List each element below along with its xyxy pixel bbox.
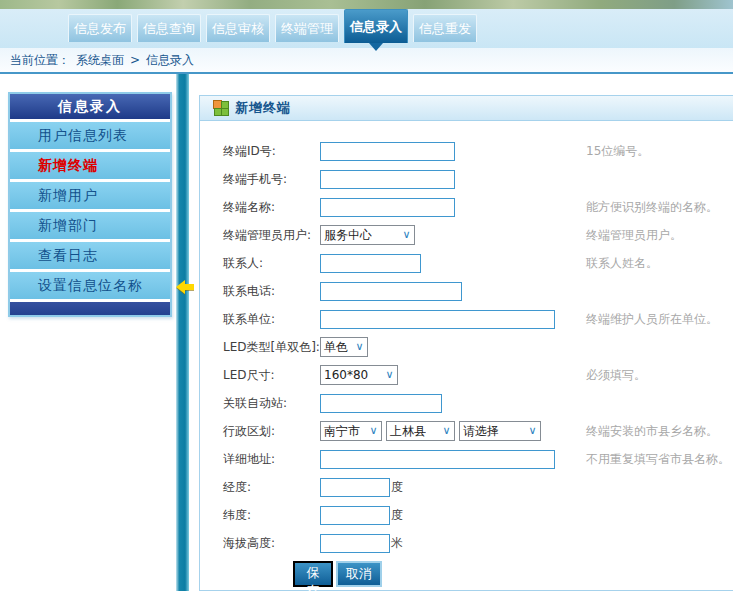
unit-label: 米: [391, 535, 403, 552]
contact-person-input[interactable]: [320, 254, 421, 273]
selected-value: 服务中心: [321, 227, 372, 244]
selected-value: 请选择: [460, 423, 499, 440]
form-row-longitude: 经度: 度: [200, 473, 733, 501]
field-hint: 终端安装的市县乡名称。: [586, 423, 718, 440]
terminal-name-input[interactable]: [320, 198, 455, 217]
form-row-detail-address: 详细地址: 不用重复填写省市县名称。: [200, 445, 733, 473]
blocks-icon: [215, 102, 228, 115]
field-label: 终端管理员用户:: [223, 227, 320, 244]
field-label: 终端名称:: [223, 199, 320, 216]
field-label: 海拔高度:: [223, 535, 320, 552]
field-hint: 必须填写。: [586, 367, 646, 384]
detail-address-input[interactable]: [320, 450, 555, 469]
field-hint: 联系人姓名。: [586, 255, 658, 272]
field-label: 行政区划:: [223, 423, 320, 440]
county-select[interactable]: 上林县 ∨: [386, 421, 455, 441]
sidebar-item-add-user[interactable]: 新增用户: [10, 182, 170, 209]
field-label: 联系人:: [223, 255, 320, 272]
chevron-down-icon: ∨: [525, 422, 540, 440]
unit-label: 度: [391, 507, 403, 524]
chevron-down-icon: ∨: [352, 338, 367, 356]
tab-info-resend[interactable]: 信息重发: [413, 14, 477, 42]
led-type-select[interactable]: 单色 ∨: [320, 337, 368, 357]
collapse-left-arrow-icon[interactable]: [176, 280, 196, 294]
chevron-down-icon: ∨: [366, 422, 381, 440]
town-select[interactable]: 请选择 ∨: [459, 421, 541, 441]
sidebar-item-add-terminal[interactable]: 新增终端: [10, 152, 170, 179]
form-row-admin-user: 终端管理员用户: 服务中心 ∨ 终端管理员用户。: [200, 221, 733, 249]
form-row-contact-unit: 联系单位: 终端维护人员所在单位。: [200, 305, 733, 333]
add-terminal-panel: 新增终端 终端ID号: 15位编号。 终端手机号: 终端名称: 能方便识别终端的…: [199, 95, 733, 591]
cancel-button[interactable]: 取消: [336, 561, 382, 587]
form-row-terminal-name: 终端名称: 能方便识别终端的名称。: [200, 193, 733, 221]
breadcrumb-prefix: 当前位置：: [10, 52, 70, 69]
sidebar-item-add-department[interactable]: 新增部门: [10, 212, 170, 239]
field-label: 终端手机号:: [223, 171, 320, 188]
tab-info-query[interactable]: 信息查询: [137, 14, 201, 42]
save-button[interactable]: 保存: [293, 561, 333, 587]
sidebar-item-set-infoslot-name[interactable]: 设置信息位名称: [10, 272, 170, 299]
sidebar-footer-bar: [10, 302, 170, 315]
tab-info-publish[interactable]: 信息发布: [68, 14, 132, 42]
field-hint: 终端维护人员所在单位。: [586, 311, 718, 328]
auto-station-input[interactable]: [320, 394, 442, 413]
contact-unit-input[interactable]: [320, 310, 555, 329]
field-label: 终端ID号:: [223, 143, 320, 160]
content-area: 信息录入 用户信息列表 新增终端 新增用户 新增部门 查看日志 设置信息位名称 …: [0, 74, 733, 591]
field-label: 详细地址:: [223, 451, 320, 468]
field-hint: 能方便识别终端的名称。: [586, 199, 718, 216]
city-select[interactable]: 南宁市 ∨: [320, 421, 382, 441]
field-hint: 15位编号。: [586, 143, 649, 160]
form-actions: 保存 取消: [200, 561, 733, 587]
form-row-admin-region: 行政区划: 南宁市 ∨ 上林县 ∨ 请选择 ∨ 终端安装的市县乡名称。: [200, 417, 733, 445]
breadcrumb-home-link[interactable]: 系统桌面: [76, 52, 124, 69]
chevron-down-icon: ∨: [399, 226, 414, 244]
tab-label: 信息录入: [350, 19, 402, 34]
header-photo-banner: [0, 0, 733, 9]
selected-value: 单色: [321, 339, 348, 356]
panel-header: 新增终端: [200, 96, 733, 121]
active-tab-pointer-icon: [369, 43, 383, 51]
breadcrumb-separator: >: [130, 53, 140, 67]
terminal-id-input[interactable]: [320, 142, 455, 161]
led-size-select[interactable]: 160*80 ∨: [320, 365, 398, 385]
arrow-tail: [184, 284, 194, 290]
selected-value: 南宁市: [321, 423, 360, 440]
breadcrumb: 当前位置： 系统桌面 > 信息录入: [0, 48, 733, 72]
sidebar-title: 信息录入: [10, 94, 170, 119]
form-row-terminal-phone: 终端手机号:: [200, 165, 733, 193]
terminal-phone-input[interactable]: [320, 170, 455, 189]
panel-title: 新增终端: [235, 99, 291, 117]
selected-value: 上林县: [387, 423, 426, 440]
form-row-auto-station: 关联自动站:: [200, 389, 733, 417]
field-label: 经度:: [223, 479, 320, 496]
field-label: 联系单位:: [223, 311, 320, 328]
sidebar-item-view-log[interactable]: 查看日志: [10, 242, 170, 269]
form-row-contact-person: 联系人: 联系人姓名。: [200, 249, 733, 277]
form-row-altitude: 海拔高度: 米: [200, 529, 733, 557]
tab-info-audit[interactable]: 信息审核: [206, 14, 270, 42]
field-label: LED类型[单双色]:: [223, 339, 320, 356]
sidebar-item-user-info-list[interactable]: 用户信息列表: [10, 122, 170, 149]
field-hint: 终端管理员用户。: [586, 227, 682, 244]
field-hint: 不用重复填写省市县名称。: [586, 451, 730, 468]
form-row-latitude: 纬度: 度: [200, 501, 733, 529]
longitude-input[interactable]: [320, 478, 390, 497]
tab-info-entry[interactable]: 信息录入: [344, 9, 408, 43]
admin-user-select[interactable]: 服务中心 ∨: [320, 225, 415, 245]
altitude-input[interactable]: [320, 534, 390, 553]
breadcrumb-current: 信息录入: [146, 52, 194, 69]
sidebar-items: 用户信息列表 新增终端 新增用户 新增部门 查看日志 设置信息位名称: [10, 119, 170, 299]
latitude-input[interactable]: [320, 506, 390, 525]
sidebar-splitter-bar[interactable]: [176, 74, 189, 591]
form-row-led-size: LED尺寸: 160*80 ∨ 必须填写。: [200, 361, 733, 389]
field-label: 联系电话:: [223, 283, 320, 300]
chevron-down-icon: ∨: [439, 422, 454, 440]
contact-phone-input[interactable]: [320, 282, 462, 301]
chevron-down-icon: ∨: [382, 366, 397, 384]
add-terminal-form: 终端ID号: 15位编号。 终端手机号: 终端名称: 能方便识别终端的名称。 终…: [200, 121, 733, 587]
field-label: 纬度:: [223, 507, 320, 524]
top-navigation: 信息发布 信息查询 信息审核 终端管理 信息录入 信息重发: [0, 9, 733, 48]
tab-terminal-manage[interactable]: 终端管理: [275, 14, 339, 42]
unit-label: 度: [391, 479, 403, 496]
